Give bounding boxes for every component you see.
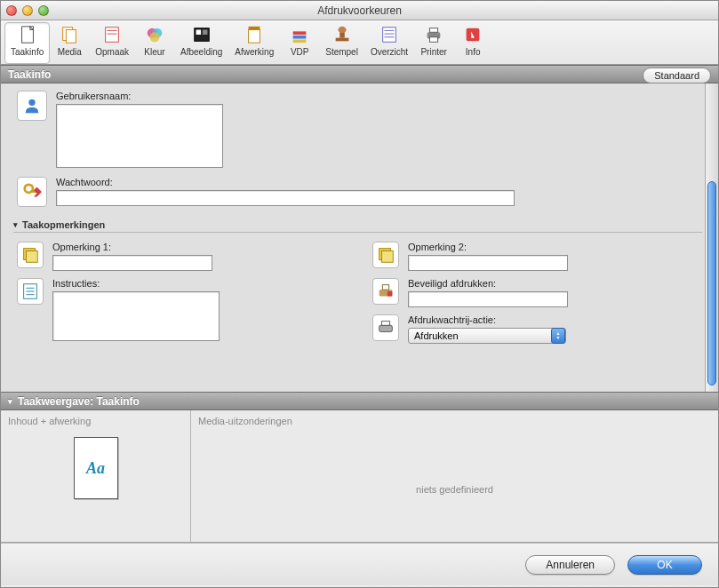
- secure-print-label: Beveiligd afdrukken:: [408, 278, 639, 289]
- note-icon: [372, 242, 399, 268]
- username-label: Gebruikersnaam:: [56, 91, 702, 101]
- tab-label: Stempel: [325, 47, 358, 57]
- svg-rect-17: [335, 38, 348, 42]
- instructions-icon: [17, 278, 44, 305]
- svg-point-28: [28, 99, 35, 106]
- queue-action-select[interactable]: Afdrukken: [408, 328, 566, 344]
- username-input[interactable]: [56, 104, 223, 168]
- scrollbar-thumb[interactable]: [707, 181, 716, 385]
- tab-afwerking[interactable]: Afwerking: [228, 22, 280, 64]
- svg-point-8: [150, 32, 160, 42]
- subsection-taakopmerkingen[interactable]: Taakopmerkingen: [13, 219, 702, 233]
- vertical-scrollbar[interactable]: [705, 83, 718, 392]
- tab-taakinfo[interactable]: Taakinfo: [4, 22, 50, 64]
- svg-rect-44: [381, 322, 389, 326]
- section-title: Taakinfo: [8, 68, 51, 81]
- password-input[interactable]: [56, 190, 515, 206]
- preview-col2-header: Media-uitzonderingen: [198, 416, 292, 426]
- tab-label: Afbeelding: [180, 47, 222, 57]
- svg-rect-43: [379, 325, 393, 331]
- tab-kleur[interactable]: Kleur: [135, 22, 174, 64]
- traffic-lights: [6, 5, 49, 16]
- cancel-button[interactable]: Annuleren: [525, 555, 615, 575]
- user-icon: [17, 91, 47, 121]
- svg-rect-12: [249, 30, 260, 44]
- disclosure-icon[interactable]: ▾: [8, 397, 12, 406]
- afwerking-icon: [244, 25, 264, 44]
- tab-label: Opmaak: [95, 47, 129, 57]
- ok-button[interactable]: OK: [627, 555, 702, 575]
- window-title: Afdrukvoorkeuren: [1, 4, 718, 17]
- close-icon[interactable]: [6, 5, 17, 16]
- afbeelding-icon: [192, 25, 212, 44]
- password-label: Wachtwoord:: [56, 177, 702, 187]
- queue-action-label: Afdrukwachtrij-actie:: [408, 314, 639, 325]
- thumbnail-text: Aa: [86, 459, 105, 478]
- instructions-input[interactable]: [52, 291, 220, 341]
- subsection-title: Taakopmerkingen: [22, 219, 105, 230]
- preview-media-column: Media-uitzonderingen niets gedefinieerd: [191, 410, 718, 542]
- svg-rect-20: [383, 28, 396, 43]
- svg-rect-14: [293, 31, 307, 35]
- tab-label: Taakinfo: [11, 47, 44, 57]
- kleur-icon: [145, 25, 164, 44]
- preview-col1-header: Inhoud + afwerking: [8, 416, 91, 426]
- zoom-icon[interactable]: [38, 5, 49, 16]
- svg-rect-25: [430, 28, 438, 33]
- button-bar: Annuleren OK: [1, 543, 718, 585]
- svg-rect-2: [67, 30, 76, 44]
- tab-overzicht[interactable]: Overzicht: [364, 22, 414, 64]
- page-thumbnail: Aa: [74, 437, 118, 499]
- preview-area: Inhoud + afwerking Aa Media-uitzondering…: [1, 410, 718, 543]
- svg-rect-33: [26, 250, 37, 262]
- svg-rect-13: [249, 27, 260, 30]
- dropdown-arrows-icon: [551, 328, 565, 344]
- info-icon: [463, 25, 483, 44]
- svg-rect-11: [203, 30, 208, 36]
- note-icon: [17, 242, 44, 268]
- overzicht-icon: [379, 25, 399, 44]
- svg-rect-3: [106, 28, 119, 43]
- media-icon: [60, 25, 79, 44]
- key-icon: [17, 177, 47, 207]
- preview-section-title: Taakweergave: Taakinfo: [18, 395, 140, 408]
- tab-label: Overzicht: [371, 47, 408, 57]
- standard-button[interactable]: Standaard: [643, 68, 711, 83]
- tab-opmaak[interactable]: Opmaak: [89, 22, 135, 64]
- tab-info[interactable]: Info: [453, 22, 492, 64]
- tab-label: Afwerking: [235, 47, 274, 57]
- toolbar: Taakinfo Media Opmaak Kleur Afbeelding A…: [1, 20, 718, 65]
- vdp-icon: [290, 25, 309, 44]
- tab-label: Printer: [420, 47, 446, 57]
- printer-icon: [424, 25, 443, 44]
- tab-afbeelding[interactable]: Afbeelding: [174, 22, 228, 64]
- tab-printer[interactable]: Printer: [414, 22, 453, 64]
- tab-media[interactable]: Media: [50, 22, 89, 64]
- svg-point-19: [338, 27, 346, 33]
- queue-action-value: Afdrukken: [414, 330, 459, 341]
- section-header-taakweergave: ▾ Taakweergave: Taakinfo: [1, 392, 718, 410]
- remark2-label: Opmerking 2:: [408, 242, 639, 252]
- remark1-input[interactable]: [52, 255, 212, 271]
- minimize-icon[interactable]: [22, 5, 33, 16]
- section-header-taakinfo: Taakinfo Standaard: [1, 65, 718, 83]
- stempel-icon: [332, 25, 352, 44]
- svg-rect-10: [196, 30, 201, 36]
- taakinfo-icon: [18, 25, 37, 44]
- tab-label: Info: [466, 47, 481, 57]
- secure-print-input[interactable]: [408, 291, 568, 307]
- remark2-input[interactable]: [408, 255, 568, 271]
- tab-label: Media: [58, 47, 82, 57]
- preview-content-column: Inhoud + afwerking Aa: [1, 410, 191, 542]
- tab-vdp[interactable]: VDP: [280, 22, 319, 64]
- content-panel: Gebruikersnaam: Wachtwoord: Taakopmerkin…: [1, 83, 718, 392]
- svg-rect-39: [381, 250, 393, 262]
- opmaak-icon: [102, 25, 122, 44]
- instructions-label: Instructies:: [52, 278, 284, 289]
- secure-print-icon: [372, 278, 399, 305]
- preview-empty-text: niets gedefinieerd: [191, 437, 718, 542]
- tab-label: Kleur: [144, 47, 164, 57]
- tab-stempel[interactable]: Stempel: [319, 22, 364, 64]
- svg-rect-42: [387, 291, 393, 297]
- printer-queue-icon: [372, 314, 399, 341]
